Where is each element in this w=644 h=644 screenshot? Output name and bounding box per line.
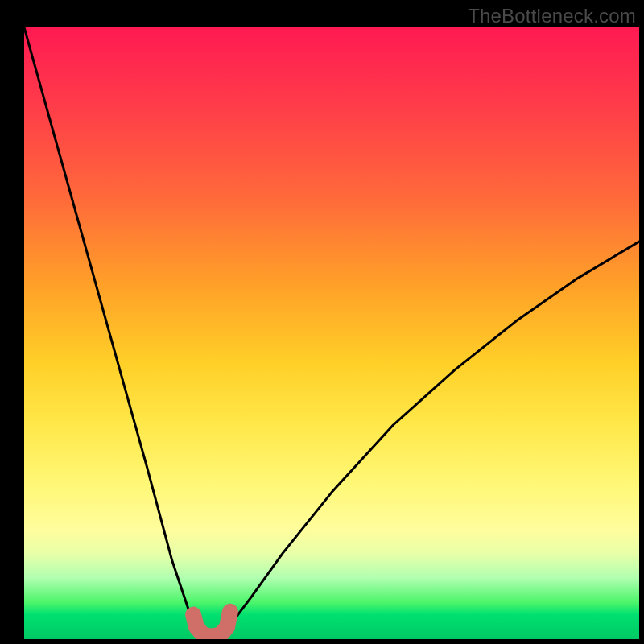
chart-frame: TheBottleneck.com <box>0 0 644 644</box>
curve-marker <box>193 612 230 636</box>
chart-svg <box>24 27 639 639</box>
watermark-text: TheBottleneck.com <box>468 5 636 27</box>
bottleneck-curve <box>24 27 639 639</box>
